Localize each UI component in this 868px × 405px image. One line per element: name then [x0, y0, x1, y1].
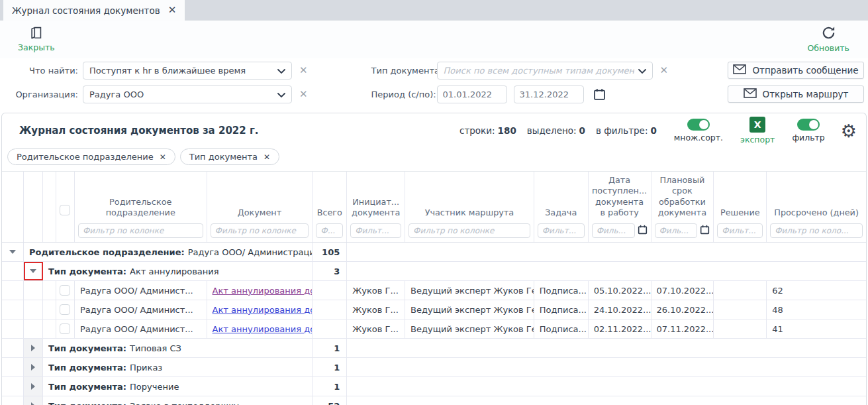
received-date-filter-input[interactable] [592, 223, 635, 238]
period-to-input[interactable] [514, 86, 584, 103]
indent-cell [2, 377, 24, 396]
group-row-doc-type[interactable]: Тип документа:Приказ 1 [2, 358, 866, 377]
column-header-task[interactable]: Задача [534, 172, 589, 242]
column-header-initiator[interactable]: Инициат... документа [347, 172, 405, 242]
document-link[interactable]: Акт аннулирования док [213, 324, 313, 334]
checkbox-icon[interactable] [60, 304, 70, 315]
column-header-overdue[interactable]: Просрочено (дней) [767, 172, 866, 242]
column-header-doc[interactable]: Документ [207, 172, 313, 242]
column-header-dept[interactable]: Родительское подразделение [75, 172, 207, 242]
total-column-filter-input[interactable] [316, 223, 343, 238]
filters-row-1: Что найти: Поступят к hr в ближайшее вре… [4, 60, 864, 80]
dept-column-filter-input[interactable] [78, 223, 203, 238]
export-label: экспорт [740, 135, 775, 145]
row-checkbox[interactable] [56, 300, 75, 319]
select-all-checkbox[interactable] [56, 172, 75, 242]
indent-cell [2, 319, 24, 338]
toolbar: Закрыть Обновить [0, 21, 868, 58]
export-button[interactable]: X экспорт [740, 117, 775, 145]
filtered-count: в фильтре:0 [596, 125, 657, 136]
document-link[interactable]: Акт аннулирования док [213, 305, 313, 315]
group-row-doc-type[interactable]: Тип документа:Поручение 1 [2, 377, 866, 396]
row-checkbox[interactable] [56, 281, 75, 300]
document-link[interactable]: Акт аннулирования док [213, 286, 313, 296]
overdue-cell: 62 [767, 281, 866, 300]
group-row-text: Тип документа:Заявка в техподдержку [43, 396, 313, 405]
filter-toggle[interactable]: фильтр [792, 119, 824, 143]
expand-toggle[interactable] [24, 377, 43, 396]
column-header-due-date[interactable]: Плановый срок обработки документа [651, 172, 714, 242]
organization-select[interactable]: Радуга ООО [83, 86, 292, 103]
multisort-toggle[interactable]: множ.сорт. [674, 119, 723, 143]
tab-close-icon[interactable]: ✕ [168, 5, 177, 15]
open-route-button[interactable]: Открыть маршрут [728, 86, 864, 103]
toggle-on-icon[interactable] [687, 119, 710, 131]
calendar-icon[interactable] [638, 225, 648, 237]
checkbox-icon[interactable] [60, 205, 70, 215]
chip-close-icon[interactable]: ✕ [264, 152, 270, 162]
envelope-icon [733, 64, 746, 76]
doctype-clear-icon[interactable]: ✕ [660, 66, 669, 76]
group-row-doc-type-akt[interactable]: Тип документа:Акт аннулирования 3 [2, 262, 866, 281]
refresh-button[interactable]: Обновить [807, 25, 849, 53]
overdue-column-filter-input[interactable] [770, 223, 863, 238]
doctype-select[interactable]: Поиск по всем доступным типам документов [437, 62, 653, 80]
indent-cell [24, 281, 43, 300]
participant-column-filter-input[interactable] [409, 223, 530, 238]
multisort-label: множ.сорт. [674, 133, 723, 143]
column-header-total[interactable]: Всего [313, 172, 347, 242]
task-cell: Подписа... [534, 281, 589, 300]
expand-toggle[interactable] [24, 358, 43, 376]
gear-icon[interactable]: ⚙ [841, 122, 857, 140]
indent-cell [43, 319, 56, 338]
expand-toggle[interactable] [24, 396, 43, 405]
overdue-cell: 48 [767, 300, 866, 319]
column-header-decision[interactable]: Решение [714, 172, 767, 242]
row-filler [347, 377, 866, 396]
calendar-icon[interactable] [700, 225, 710, 237]
initiator-column-filter-input[interactable] [350, 223, 401, 238]
close-button[interactable]: Закрыть [18, 25, 55, 52]
close-button-label: Закрыть [18, 42, 55, 52]
checkbox-icon[interactable] [60, 323, 70, 334]
table-row[interactable]: Радуга ООО/ Админист... Акт аннулировани… [2, 281, 866, 300]
decision-cell [714, 281, 767, 300]
collapse-toggle[interactable] [2, 243, 24, 261]
period-from-input[interactable] [437, 86, 507, 103]
table-row[interactable]: Радуга ООО/ Админист... Акт аннулировани… [2, 319, 866, 339]
participant-cell: Ведущий эксперт Жуков Гео... [405, 281, 534, 300]
excel-icon[interactable]: X [749, 117, 765, 133]
send-message-button[interactable]: Отправить сообщение [728, 62, 864, 79]
row-checkbox[interactable] [56, 319, 75, 338]
calendar-icon[interactable] [593, 88, 606, 101]
chip-parent-division[interactable]: Родительское подразделение ✕ [7, 148, 175, 165]
organization-select-value: Радуга ООО [89, 89, 273, 99]
task-column-filter-input[interactable] [538, 223, 585, 238]
group-total: 1 [313, 358, 347, 376]
column-header-participant[interactable]: Участник маршрута [405, 172, 534, 242]
group-row-doc-type[interactable]: Тип документа:Типовая СЗ 1 [2, 339, 866, 358]
chip-close-icon[interactable]: ✕ [160, 152, 166, 162]
row-filler [347, 262, 866, 280]
selected-count: выделено:0 [527, 125, 585, 136]
checkbox-icon[interactable] [60, 285, 70, 296]
group-row-parent-division[interactable]: Родительское подразделение:Радуга ООО/ А… [2, 243, 866, 262]
toggle-on-icon[interactable] [797, 119, 820, 131]
decision-column-filter-input[interactable] [717, 223, 763, 238]
chevron-down-icon [277, 66, 285, 76]
indent-cell [2, 281, 24, 300]
what-select[interactable]: Поступят к hr в ближайшее время [83, 62, 292, 80]
what-clear-icon[interactable]: ✕ [299, 66, 308, 76]
expand-toggle[interactable] [24, 339, 43, 357]
doc-column-filter-input[interactable] [211, 223, 309, 238]
tab-journal[interactable]: Журнал состояния документов ✕ [3, 0, 185, 21]
table-row[interactable]: Радуга ООО/ Админист... Акт аннулировани… [2, 300, 866, 319]
triangle-right-icon [31, 402, 35, 405]
collapse-toggle-highlighted[interactable] [24, 262, 43, 280]
group-row-doc-type[interactable]: Тип документа:Заявка в техподдержку 52 [2, 396, 866, 405]
group-total: 1 [313, 339, 347, 357]
column-header-received-date[interactable]: Дата поступлен... документа в работу [589, 172, 651, 242]
organization-clear-icon[interactable]: ✕ [299, 89, 308, 99]
due-date-filter-input[interactable] [655, 223, 698, 238]
chip-doc-type[interactable]: Тип документа ✕ [180, 148, 279, 165]
